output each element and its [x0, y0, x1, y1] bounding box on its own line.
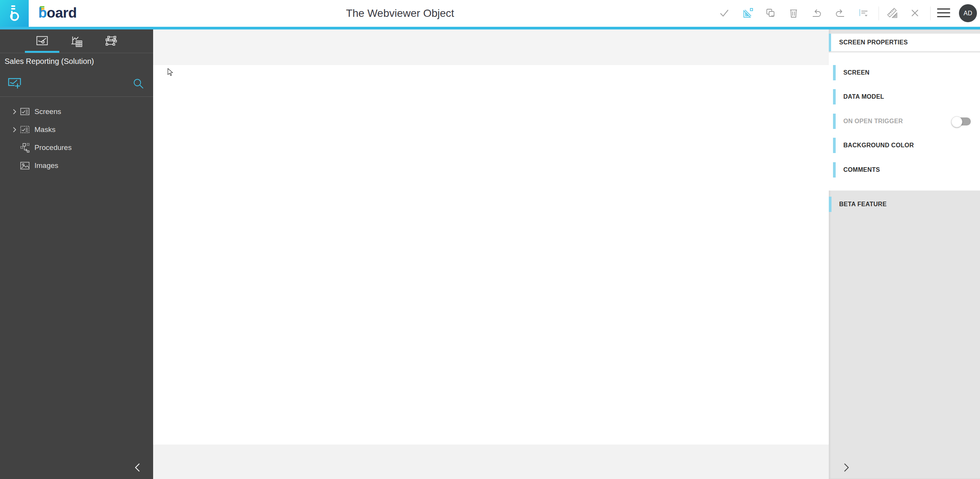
section-background-color[interactable]: BACKGROUND COLOR: [829, 138, 980, 153]
tree-item-label: Screens: [34, 106, 61, 117]
section-accent-bar: [833, 162, 836, 178]
tree-item-procedures[interactable]: Procedures: [0, 142, 153, 153]
search-icon[interactable]: [132, 78, 144, 89]
collapse-sidebar-icon[interactable]: [132, 461, 144, 474]
section-accent-bar: [829, 197, 831, 212]
wordmark-b: b: [38, 5, 47, 21]
screens-icon: [20, 107, 30, 117]
tree-item-images[interactable]: Images: [0, 160, 153, 171]
section-accent-bar: [833, 114, 836, 129]
redo-icon[interactable]: [835, 8, 845, 18]
tab-layout[interactable]: [96, 29, 126, 53]
header-accent-bar: [829, 34, 831, 51]
section-label: DATA MODEL: [843, 89, 884, 104]
section-accent-bar: [833, 89, 836, 104]
on-open-trigger-toggle[interactable]: [953, 117, 971, 125]
wordmark-rest: oard: [47, 5, 77, 21]
masks-icon: [20, 125, 30, 135]
tree-item-label: Masks: [34, 124, 56, 135]
section-label: SCREEN: [843, 65, 869, 80]
section-comments[interactable]: COMMENTS: [829, 162, 980, 178]
undo-icon[interactable]: [812, 8, 822, 18]
sidebar-tabs: [0, 29, 153, 53]
board-b-icon: [8, 5, 21, 22]
screen-chart-icon: [36, 35, 48, 47]
tab-objects[interactable]: [61, 29, 92, 53]
tree-item-masks[interactable]: Masks: [0, 124, 153, 135]
delete-trash-icon[interactable]: [788, 8, 799, 18]
screen-canvas[interactable]: [153, 29, 829, 479]
align-options-icon[interactable]: [858, 8, 869, 18]
select-object-icon[interactable]: [743, 8, 753, 18]
section-screen[interactable]: SCREEN: [829, 65, 980, 80]
page-title: The Webviewer Object: [323, 0, 477, 27]
layout-selection-icon: [105, 35, 117, 47]
procedures-icon: [20, 143, 30, 153]
capsule-title: Sales Reporting (Solution): [5, 53, 150, 70]
board-logo-mark: [0, 0, 29, 27]
chevron-right-icon[interactable]: [13, 109, 16, 114]
toggle-knob: [951, 116, 962, 127]
section-on-open-trigger[interactable]: ON OPEN TRIGGER: [829, 114, 980, 129]
wordmark-text: board: [38, 5, 77, 21]
chart-grid-icon: [70, 35, 83, 47]
section-beta-feature[interactable]: BETA FEATURE: [829, 197, 980, 212]
mouse-cursor: [167, 68, 173, 76]
beta-feature-label: BETA FEATURE: [839, 197, 887, 212]
accent-strip: [0, 27, 980, 29]
chevron-right-icon[interactable]: [13, 127, 16, 132]
toolbar-separator: [930, 7, 931, 20]
panel-header: SCREEN PROPERTIES: [829, 34, 980, 51]
section-accent-bar: [833, 138, 836, 153]
tab-screens[interactable]: [27, 29, 57, 53]
canvas-top-strip: [153, 29, 829, 65]
close-icon[interactable]: [910, 8, 919, 18]
avatar[interactable]: AD: [959, 4, 977, 22]
design-ruler-icon[interactable]: [887, 8, 898, 18]
expand-panel-icon[interactable]: [840, 461, 852, 474]
panel-header-label: SCREEN PROPERTIES: [839, 34, 908, 51]
tree-item-label: Images: [34, 160, 58, 171]
sidebar-divider: [0, 96, 153, 97]
images-icon: [20, 161, 30, 171]
tree-item-label: Procedures: [34, 142, 72, 153]
duplicate-icon[interactable]: [765, 8, 776, 18]
panel-sections-card: SCREEN DATA MODEL ON OPEN TRIGGER BACKGR…: [829, 52, 980, 191]
screen-properties-panel: SCREEN PROPERTIES SCREEN DATA MODEL ON O…: [829, 29, 980, 479]
add-screen-icon[interactable]: [8, 76, 21, 90]
toolbar-separator: [879, 7, 879, 20]
menu-hamburger-icon[interactable]: [937, 8, 950, 18]
section-accent-bar: [833, 65, 836, 80]
section-label: ON OPEN TRIGGER: [843, 114, 903, 129]
canvas-bottom-strip: [153, 445, 829, 479]
tree-item-screens[interactable]: Screens: [0, 106, 153, 117]
section-data-model[interactable]: DATA MODEL: [829, 89, 980, 104]
section-label: COMMENTS: [843, 162, 880, 178]
sidebar: Sales Reporting (Solution): [0, 29, 153, 479]
confirm-check-icon[interactable]: [719, 8, 730, 18]
top-bar: board The Webviewer Object: [0, 0, 980, 27]
section-label: BACKGROUND COLOR: [843, 138, 914, 153]
